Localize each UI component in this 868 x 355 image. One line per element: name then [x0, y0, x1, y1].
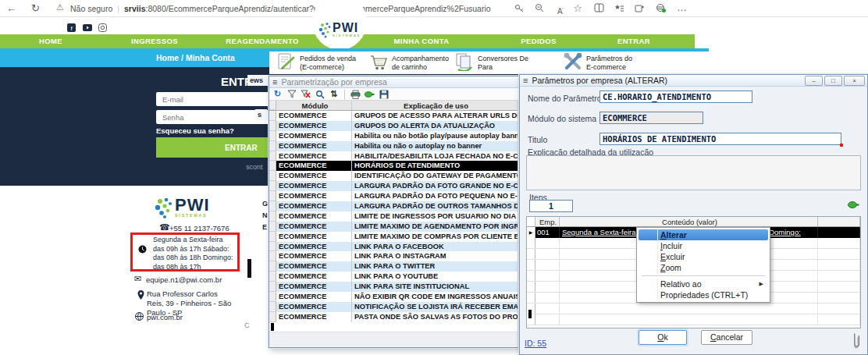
- row-selector[interactable]: [527, 260, 535, 270]
- table-row[interactable]: ECOMMERCENOTIFICAÇÃO SE LOJISTA IRÁ RECE…: [269, 302, 518, 312]
- row-selector[interactable]: [269, 181, 276, 191]
- table-row[interactable]: ECOMMERCEIDENTIFICAÇÃO DO GATEWAY DE PAG…: [269, 171, 518, 181]
- youtube-icon[interactable]: [83, 21, 92, 30]
- export-icon[interactable]: [365, 89, 375, 99]
- table-row[interactable]: ECOMMERCELINK PARA O YOUTUBE: [269, 272, 518, 282]
- menu-item-relativo-ao[interactable]: Relativo ao▶: [639, 279, 768, 289]
- close-button[interactable]: ×: [844, 76, 865, 86]
- table-row[interactable]: ECOMMERCELARGURA PADRÃO DA FOTO PEQUENA …: [269, 191, 518, 201]
- row-selector[interactable]: [527, 238, 535, 248]
- table-row[interactable]: ECOMMERCEGRUPOS DO ALERTA DA ATUALIZAÇÃO: [269, 121, 518, 131]
- forgot-password-link[interactable]: Esqueceu sua senha?: [156, 126, 234, 135]
- nav-item-ingressos[interactable]: INGRESSOS: [131, 34, 178, 48]
- shortcut-conversores-de-para[interactable]: Conversores DePara: [455, 52, 528, 73]
- row-selector[interactable]: [269, 171, 276, 181]
- filter-icon[interactable]: [286, 89, 297, 99]
- table-row[interactable]: ECOMMERCELIMITE MAXIMO DE COMPRAS POR CL…: [269, 232, 518, 242]
- ok-button[interactable]: Ok: [639, 330, 687, 345]
- table-row[interactable]: ECOMMERCEHabilita ou não botão play/paus…: [269, 131, 518, 141]
- email-field[interactable]: [156, 92, 269, 106]
- row-selector[interactable]: [269, 151, 276, 162]
- param-window-titlebar[interactable]: ≡ Parametrização por empresa: [269, 76, 525, 88]
- table-row[interactable]: ECOMMERCEHABILITA/DESABILITA LOJA FECHAD…: [269, 151, 518, 162]
- zoom-out-icon[interactable]: [535, 3, 545, 13]
- menu-item-excluir[interactable]: Excluir: [639, 251, 768, 262]
- modulo-sistema-field[interactable]: ECOMMERCE: [599, 112, 703, 124]
- window-menu-icon[interactable]: ≡: [523, 75, 528, 86]
- table-row[interactable]: ECOMMERCELINK PARA SITE INSTITUCIONAL: [269, 282, 518, 292]
- row-selector[interactable]: [269, 282, 276, 292]
- menu-item-alterar[interactable]: Alterar: [639, 229, 768, 240]
- itens-count-field[interactable]: 1: [529, 200, 573, 212]
- menu-item-incluir[interactable]: Incluir: [639, 240, 768, 251]
- site-logo[interactable]: PWISISTEMAS: [318, 22, 361, 39]
- shortcut-acompanhamento-carrinho[interactable]: Acompanhamentode carrinho: [369, 52, 449, 73]
- row-selector[interactable]: [269, 211, 276, 222]
- back-arrow-icon[interactable]: ←: [6, 2, 16, 16]
- table-row[interactable]: ECOMMERCELARGURA PADRÃO DE OUTROS TAMANH…: [269, 201, 518, 211]
- row-selector[interactable]: [269, 232, 276, 242]
- row-selector[interactable]: [269, 191, 276, 201]
- row-selector[interactable]: [527, 282, 535, 292]
- row-selector[interactable]: [269, 272, 276, 282]
- breadcrumb[interactable]: Home / Minha Conta: [156, 53, 235, 62]
- table-row[interactable]: ECOMMERCELARGURA PADRÃO DA FOTO GRANDE N…: [269, 181, 518, 191]
- row-selector[interactable]: [527, 249, 535, 259]
- table-row[interactable]: ECOMMERCEGRUPOS DE ACESSO PARA ALTERAR U…: [269, 111, 518, 121]
- facebook-icon[interactable]: f: [67, 21, 76, 30]
- row-selector[interactable]: [269, 312, 276, 322]
- window-menu-icon[interactable]: ≡: [272, 76, 277, 87]
- table-row[interactable]: ECOMMERCEHabilita ou não o autoplay no b…: [269, 141, 518, 151]
- nav-item-minha-conta[interactable]: MINHA CONTA: [394, 34, 450, 48]
- col-header-conteudo[interactable]: Conteúdo (valor): [560, 217, 818, 226]
- empty-grid-row[interactable]: [527, 304, 860, 314]
- col-header-emp[interactable]: Emp.: [535, 217, 560, 226]
- cancel-button[interactable]: Cancelar: [701, 330, 752, 345]
- maximize-button[interactable]: □: [824, 76, 842, 86]
- row-selector[interactable]: [269, 302, 276, 312]
- footer-email[interactable]: equipe.n1@pwi.com.br: [146, 275, 222, 285]
- menu-item-zoom[interactable]: Zoom: [639, 262, 768, 273]
- table-row[interactable]: ECOMMERCELINK PARA O INSTAGRAM: [269, 251, 518, 261]
- row-selector[interactable]: [527, 271, 535, 281]
- table-row[interactable]: ECOMMERCELINK PARA O TWITTER: [269, 261, 518, 272]
- save-icon[interactable]: [379, 89, 389, 99]
- refresh-icon[interactable]: ↻: [31, 2, 40, 16]
- table-row[interactable]: ECOMMERCENÃO EXIBIR QR CODE EM INGRESSOS…: [269, 292, 518, 302]
- row-selector[interactable]: [269, 292, 276, 302]
- row-selector[interactable]: [269, 141, 276, 151]
- instagram-icon[interactable]: [98, 21, 108, 30]
- footer-website[interactable]: pwi.com.br: [147, 313, 183, 322]
- minimize-button[interactable]: –: [805, 76, 823, 86]
- password-key-icon[interactable]: [514, 3, 525, 13]
- col-header-explicacao[interactable]: Explicação de uso: [352, 101, 518, 110]
- row-selector[interactable]: [269, 161, 276, 171]
- table-row[interactable]: ECOMMERCELIMITE MAXIMO DE AGENDAMENTO PO…: [269, 222, 518, 232]
- row-selector[interactable]: [269, 222, 276, 232]
- sort-icon[interactable]: ⇅: [329, 89, 339, 99]
- print-icon[interactable]: [350, 89, 361, 99]
- nav-item-home[interactable]: HOME: [39, 34, 62, 48]
- itens-action-icon[interactable]: [848, 198, 859, 212]
- refresh-icon[interactable]: ↻: [272, 89, 283, 99]
- new-row-placeholder[interactable]: [269, 322, 518, 332]
- row-selector[interactable]: [269, 121, 276, 131]
- row-selector[interactable]: [269, 111, 276, 121]
- collections-icon[interactable]: [614, 3, 624, 13]
- settings-more-icon[interactable]: …: [677, 1, 687, 15]
- row-selector[interactable]: [527, 293, 535, 303]
- row-selector[interactable]: [269, 261, 276, 272]
- record-id-link[interactable]: ID: 55: [525, 339, 546, 348]
- row-selector[interactable]: [269, 201, 276, 211]
- menu-item-propriedades-ctrl-t[interactable]: Propriedades (CTRL+T): [639, 289, 768, 300]
- table-row[interactable]: ECOMMERCEHORÁRIOS DE ATENDIMENTO: [269, 161, 518, 171]
- table-row[interactable]: ECOMMERCEPASTA ONDE SÃO SALVAS AS FOTOS …: [269, 312, 518, 322]
- shortcut-pedidos-venda[interactable]: Pedidos de venda(E-commerce): [277, 52, 356, 73]
- table-row[interactable]: ECOMMERCELIMITE DE INGRESSOS POR USUARIO…: [269, 211, 518, 222]
- row-selector[interactable]: [269, 242, 276, 252]
- attachment-paperclip-icon[interactable]: [851, 332, 860, 355]
- nav-item-reagendamento[interactable]: REAGENDAMENTO: [226, 34, 299, 48]
- login-submit-button[interactable]: ENTRAR: [156, 137, 269, 158]
- address-bar[interactable]: Não seguro|srviis:8080/EcommerceParqueAp…: [70, 4, 491, 13]
- col-header-modulo[interactable]: Módulo: [276, 101, 352, 110]
